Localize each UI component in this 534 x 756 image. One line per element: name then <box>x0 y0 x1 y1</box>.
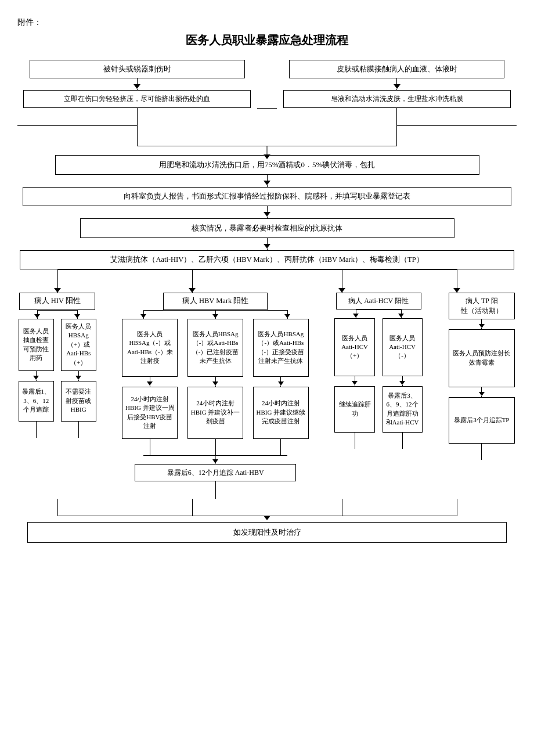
main-title: 医务人员职业暴露应急处理流程 <box>17 33 517 48</box>
top-left-box: 被针头或锐器刺伤时 <box>30 60 246 78</box>
branch1-label: 病人 HIV 阳性 <box>19 293 95 310</box>
step2-right-box: 皂液和流动水清洗皮肤，生理盐水冲洗粘膜 <box>283 90 511 108</box>
branch4-label: 病人 TP 阳 性（活动期） <box>449 293 515 319</box>
top-right-box: 皮肤或粘膜接触病人的血液、体液时 <box>289 60 505 78</box>
hbv-sub2-result: 24小时内注射HBIG 并建议补一剂疫苗 <box>187 387 243 439</box>
tp-result: 暴露后3个月追踪TP <box>449 397 515 444</box>
branch2-label: 病人 HBV Mark 阳性 <box>163 293 268 310</box>
hcv-sub1-result: 继续追踪肝功 <box>334 386 374 433</box>
hbv-sub2-box: 医务人员HBSAg（-）或Aati-HBs（-）已注射疫苗未产生抗体 <box>187 319 243 377</box>
hcv-sub2-result: 暴露后3、6、9、12个月追踪肝功和Aati-HCV <box>383 386 423 433</box>
final-box: 如发现阳性及时治疗 <box>27 522 507 543</box>
step2-left-box: 立即在伤口旁轻轻挤压，尽可能挤出损伤处的血 <box>23 90 251 108</box>
hbv-sub3-result: 24小时内注射HBIG 并建议继续完成疫苗注射 <box>253 387 309 439</box>
hiv-sub2-result: 不需要注射疫苗或HBIG <box>61 381 96 422</box>
hcv-sub1-box: 医务人员Aati-HCV（+） <box>334 318 374 376</box>
hbv-sub3-box: 医务人员HBSAg（-）或Aati-HBs（-）正接受疫苗注射未产生抗体 <box>253 319 309 377</box>
step6-box: 艾滋病抗体（Aati-HIV）、乙肝六项（HBV Mark）、丙肝抗体（HBV … <box>20 250 514 269</box>
hbv-followup-box: 暴露后6、12个月追踪 Aati-HBV <box>135 464 296 482</box>
hiv-sub1-box: 医务人员抽血检查可预防性用药 <box>19 319 54 371</box>
step4-box: 向科室负责人报告，书面形式汇报事情经过报防保科、院感科，并填写职业暴露登记表 <box>23 187 512 206</box>
hiv-sub2-box: 医务人员 HBSAg（+）或 Aati-HBs（+） <box>61 319 96 371</box>
hbv-sub1-box: 医务人员 HBSAg（-）或 Aati-HBs（-）未注射疫 <box>122 319 178 377</box>
tp-box: 医务人员预防注射长效青霉素 <box>449 329 515 387</box>
step5-box: 核实情况，暴露者必要时检查相应的抗原抗体 <box>80 218 454 238</box>
attachment-label: 附件： <box>17 17 517 28</box>
hiv-sub1-result: 暴露后1、3、6、12个月追踪 <box>19 381 54 422</box>
branch3-label: 病人 Aati-HCV 阳性 <box>336 293 421 309</box>
hcv-sub2-box: 医务人员Aati-HCV（-） <box>383 318 423 376</box>
hbv-sub1-result: 24小时内注射HBIG 并建议一周后接受HBV疫苗注射 <box>122 387 178 439</box>
